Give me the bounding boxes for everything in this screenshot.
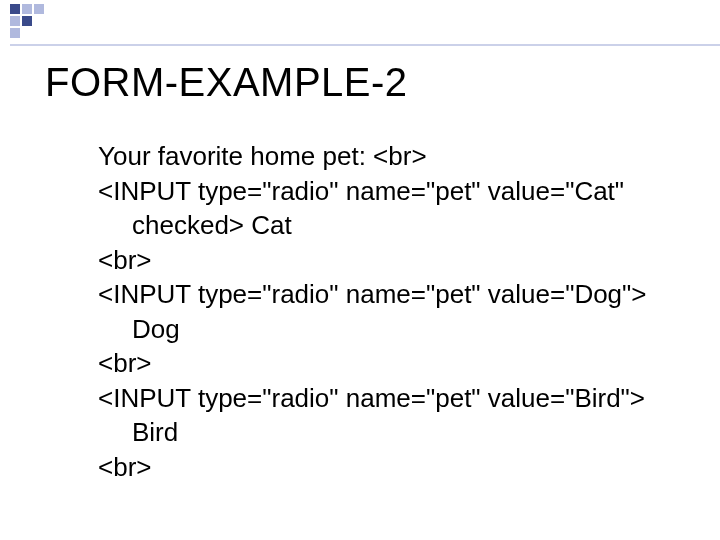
- code-line: <br>: [98, 244, 660, 277]
- corner-decoration-icon: [0, 0, 60, 40]
- code-line: <INPUT type="radio" name="pet" value="Do…: [98, 278, 660, 311]
- code-line: Your favorite home pet: <br>: [98, 140, 660, 173]
- code-line-continuation: Dog: [98, 313, 660, 346]
- code-line: <br>: [98, 347, 660, 380]
- slide-title: FORM-EXAMPLE-2: [45, 60, 408, 105]
- slide: FORM-EXAMPLE-2 Your favorite home pet: <…: [0, 0, 720, 540]
- code-line-continuation: Bird: [98, 416, 660, 449]
- horizontal-rule: [10, 44, 720, 46]
- slide-body: Your favorite home pet: <br> <INPUT type…: [98, 140, 660, 485]
- code-line: <INPUT type="radio" name="pet" value="Bi…: [98, 382, 660, 415]
- code-line-continuation: checked> Cat: [98, 209, 660, 242]
- code-line: <INPUT type="radio" name="pet" value="Ca…: [98, 175, 660, 208]
- code-line: <br>: [98, 451, 660, 484]
